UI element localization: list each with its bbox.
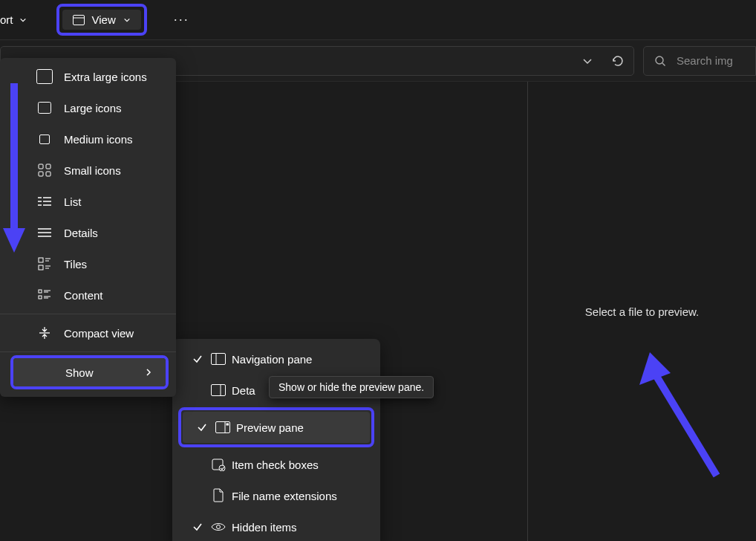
svg-rect-4 — [37, 70, 53, 84]
submenu-item-preview-pane[interactable]: Preview pane — [183, 412, 370, 443]
menu-label: Compact view — [64, 327, 134, 340]
submenu-item-hidden-items[interactable]: Hidden items — [175, 511, 377, 541]
menu-item-content[interactable]: Content — [0, 279, 176, 311]
list-icon — [36, 192, 53, 210]
medium-icons-icon — [36, 130, 53, 148]
view-button[interactable]: View — [62, 10, 141, 30]
more-button[interactable]: ··· — [174, 7, 189, 33]
details-icon — [36, 224, 53, 242]
large-icons-icon — [36, 99, 53, 117]
submenu-item-item-check-boxes[interactable]: Item check boxes — [175, 449, 377, 480]
svg-rect-35 — [212, 385, 226, 396]
tooltip-preview-pane: Show or hide the preview pane. — [269, 376, 434, 398]
submenu-label: Item check boxes — [232, 459, 319, 471]
check-icon — [190, 354, 205, 364]
svg-rect-5 — [39, 103, 51, 114]
svg-rect-9 — [39, 172, 43, 176]
svg-rect-33 — [212, 354, 226, 365]
svg-rect-10 — [46, 172, 50, 176]
menu-label: Tiles — [64, 258, 87, 270]
details-pane-icon — [205, 384, 232, 396]
extra-large-icons-icon — [36, 68, 53, 85]
svg-line-43 — [653, 370, 717, 476]
chevron-down-icon[interactable] — [581, 55, 593, 67]
file-extensions-icon — [205, 488, 232, 503]
search-input[interactable]: Search img — [643, 46, 756, 76]
svg-rect-39 — [227, 424, 229, 426]
compact-view-icon — [36, 324, 53, 342]
menu-divider — [0, 352, 176, 352]
submenu-item-navigation-pane[interactable]: Navigation pane — [175, 343, 377, 375]
svg-rect-6 — [40, 135, 50, 143]
show-submenu: Navigation pane Deta Preview pane Item c… — [172, 339, 380, 541]
sort-label: ort — [0, 13, 13, 26]
refresh-icon[interactable] — [611, 54, 625, 68]
chevron-right-icon — [145, 368, 152, 377]
menu-label: Content — [64, 289, 103, 302]
highlight-view-button: View — [56, 4, 147, 36]
svg-rect-26 — [39, 290, 42, 293]
small-icons-icon — [36, 161, 53, 179]
svg-rect-20 — [39, 258, 43, 262]
eye-icon — [205, 521, 232, 533]
menu-label: Show — [65, 366, 94, 379]
check-icon — [195, 422, 209, 433]
submenu-label: Deta — [232, 384, 255, 397]
menu-label: Details — [64, 227, 98, 239]
highlight-preview-pane-item: Preview pane — [178, 407, 374, 447]
search-icon — [654, 55, 666, 67]
content-icon — [36, 286, 53, 304]
tiles-icon — [36, 255, 53, 273]
search-placeholder: Search img — [677, 54, 733, 67]
menu-label: Large icons — [64, 102, 122, 114]
menu-label: List — [64, 195, 81, 208]
main-toolbar: ort View ··· — [0, 0, 756, 40]
annotation-arrow-upleft — [635, 349, 724, 483]
preview-pane-icon — [209, 421, 236, 433]
view-label: View — [92, 13, 116, 26]
submenu-label: Hidden items — [232, 521, 297, 534]
svg-rect-7 — [39, 164, 43, 169]
navigation-pane-icon — [205, 353, 232, 365]
menu-item-show[interactable]: Show — [13, 358, 166, 386]
item-check-boxes-icon — [205, 458, 232, 471]
highlight-show-item: Show — [10, 355, 169, 389]
menu-label: Small icons — [64, 164, 121, 177]
svg-line-3 — [662, 63, 665, 66]
preview-empty-text: Select a file to preview. — [585, 305, 699, 318]
svg-rect-0 — [73, 15, 84, 25]
layout-icon — [73, 15, 85, 25]
annotation-arrow-down — [1, 83, 27, 254]
svg-point-2 — [656, 56, 663, 64]
menu-divider — [0, 314, 176, 314]
menu-item-compact-view[interactable]: Compact view — [0, 317, 176, 349]
menu-label: Extra large icons — [64, 71, 147, 83]
svg-rect-23 — [39, 265, 43, 270]
ellipsis-icon: ··· — [174, 12, 189, 27]
svg-rect-29 — [39, 296, 42, 299]
svg-rect-8 — [46, 164, 50, 169]
svg-point-41 — [217, 525, 221, 529]
check-icon — [190, 522, 205, 532]
sort-button[interactable]: ort — [0, 7, 33, 33]
submenu-label: File name extensions — [232, 490, 337, 502]
menu-label: Medium icons — [64, 133, 133, 146]
submenu-label: Navigation pane — [232, 353, 312, 366]
submenu-item-file-name-extensions[interactable]: File name extensions — [175, 480, 377, 511]
tooltip-text: Show or hide the preview pane. — [278, 381, 424, 393]
chevron-down-icon — [19, 13, 27, 26]
chevron-down-icon — [123, 13, 131, 26]
submenu-label: Preview pane — [236, 421, 304, 434]
